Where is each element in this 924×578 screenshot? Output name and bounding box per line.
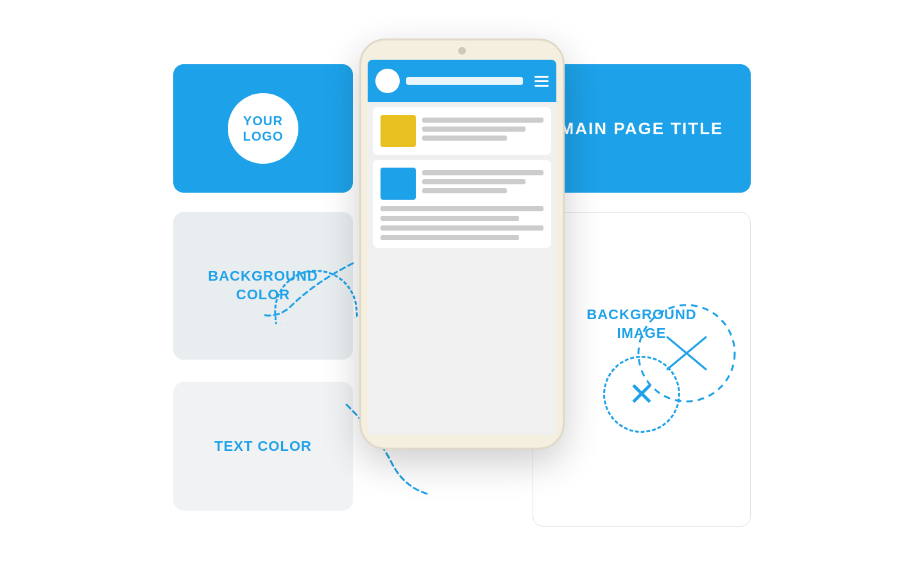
phone-menu-icon [535,76,549,87]
phone-menu-line-2 [535,80,549,82]
phone-line [422,179,526,184]
phone-card-2-lines [422,168,543,193]
main-title-label: MAIN PAGE TITLE [560,119,724,139]
phone-card-2-row [381,168,543,200]
text-color-label: TEXT COLOR [214,437,312,456]
phone-line [381,206,543,211]
phone-content [368,102,556,253]
phone-thumb-blue [381,168,416,200]
phone-menu-line-3 [535,85,549,87]
logo-text-line2: LOGO [243,128,284,144]
phone-card-1-lines [422,115,543,141]
phone-line [381,225,543,231]
phone-menu-line-1 [535,76,549,78]
phone-card-1-row [381,115,543,147]
phone-line [422,118,543,123]
logo-panel: YOUR LOGO [173,64,353,193]
phone-line [422,127,526,132]
phone-title-bar [406,77,523,85]
text-color-panel: TEXT COLOR [173,382,353,511]
logo-text: YOUR [243,113,283,128]
phone-header [368,60,556,102]
squiggle-right [635,302,738,430]
phone-line [422,136,507,141]
phone-line [422,170,543,175]
phone-line [422,188,507,193]
phone-avatar [375,69,400,93]
main-title-panel: MAIN PAGE TITLE [533,64,751,193]
phone-mockup [359,39,565,450]
phone-screen [368,60,556,435]
main-scene: YOUR LOGO BACKGROUNDCOLOR TEXT COLOR MAI… [173,26,751,552]
phone-line [381,235,519,240]
logo-circle: YOUR LOGO [228,93,298,164]
phone-card-2-extra-lines [381,206,543,240]
phone-card-1 [373,107,551,155]
phone-notch [458,47,466,55]
phone-card-2 [373,160,551,248]
phone-thumb-yellow [381,115,416,147]
phone-line [381,216,519,221]
